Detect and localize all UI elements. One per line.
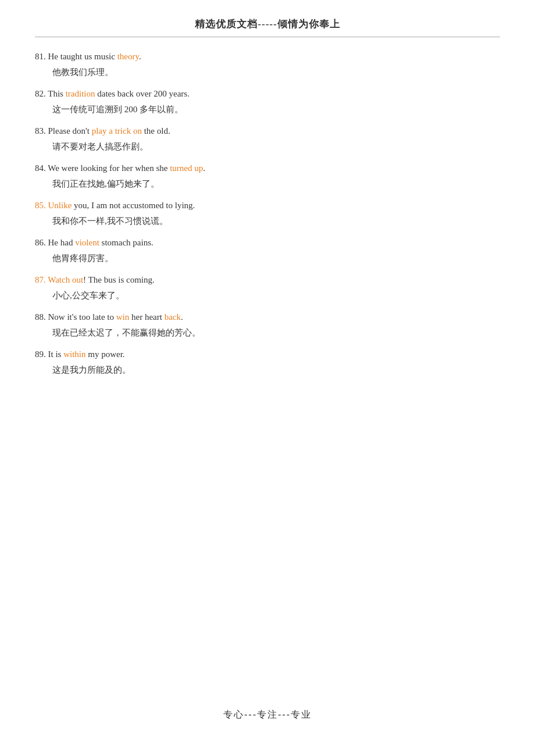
sentence-86-highlight: violent	[75, 238, 99, 247]
sentence-86: 86. He had violent stomach pains. 他胃疼得厉害…	[35, 235, 500, 266]
content-area: 81. He taught us music theory. 他教我们乐理。 8…	[35, 49, 500, 378]
sentence-89-en: 89. It is within my power.	[35, 347, 500, 362]
sentence-86-en-before: 86. He had	[35, 238, 75, 247]
sentence-83-en: 83. Please don't play a trick on the old…	[35, 123, 500, 139]
sentence-83: 83. Please don't play a trick on the old…	[35, 123, 500, 155]
sentence-83-en-before: 83. Please don't	[35, 126, 92, 135]
sentence-88-en-before: 88. Now it's too late to	[35, 312, 116, 322]
sentence-89-zh: 这是我力所能及的。	[35, 362, 500, 378]
page-header: 精选优质文档-----倾情为你奉上	[35, 17, 500, 37]
sentence-86-en-after: stomach pains.	[99, 238, 154, 247]
sentence-84: 84. We were looking for her when she tur…	[35, 161, 500, 192]
sentence-81-en-before: 81. He taught us music	[35, 52, 117, 61]
sentence-82-highlight: tradition	[66, 89, 95, 98]
sentence-81: 81. He taught us music theory. 他教我们乐理。	[35, 49, 500, 80]
sentence-85-highlight-unlike: 85. Unlike	[35, 201, 72, 210]
sentence-84-en-after: .	[203, 163, 205, 173]
sentence-89-en-after: my power.	[86, 350, 125, 359]
sentence-88: 88. Now it's too late to win her heart b…	[35, 309, 500, 341]
sentence-85-en-after: you, I am not accustomed to lying.	[72, 201, 195, 210]
sentence-83-highlight: play a trick on	[92, 126, 142, 135]
sentence-81-highlight: theory	[117, 52, 139, 61]
sentence-87-en-after: ! The bus is coming.	[83, 275, 155, 284]
sentence-83-zh: 请不要对老人搞恶作剧。	[35, 139, 500, 155]
sentence-83-en-after: the old.	[142, 126, 170, 135]
sentence-89-en-before: 89. It is	[35, 350, 63, 359]
sentence-87-highlight-watch: 87. Watch out	[35, 275, 83, 284]
sentence-86-en: 86. He had violent stomach pains.	[35, 235, 500, 251]
sentence-88-en-after: .	[181, 312, 183, 322]
sentence-88-zh: 现在已经太迟了，不能赢得她的芳心。	[35, 325, 500, 341]
sentence-81-zh: 他教我们乐理。	[35, 65, 500, 80]
sentence-81-en: 81. He taught us music theory.	[35, 49, 500, 65]
sentence-88-en: 88. Now it's too late to win her heart b…	[35, 309, 500, 325]
sentence-84-en-before: 84. We were looking for her when she	[35, 163, 170, 173]
sentence-87-zh: 小心,公交车来了。	[35, 288, 500, 304]
sentence-89-highlight: within	[63, 350, 85, 359]
sentence-87: 87. Watch out! The bus is coming. 小心,公交车…	[35, 272, 500, 304]
sentence-85-en: 85. Unlike you, I am not accustomed to l…	[35, 198, 500, 213]
sentence-82: 82. This tradition dates back over 200 y…	[35, 86, 500, 117]
sentence-84-zh: 我们正在找她,偏巧她来了。	[35, 176, 500, 192]
sentence-88-highlight-back: back	[165, 312, 181, 322]
sentence-84-en: 84. We were looking for her when she tur…	[35, 161, 500, 176]
sentence-82-en-before: 82. This	[35, 89, 66, 98]
sentence-82-zh: 这一传统可追溯到 200 多年以前。	[35, 102, 500, 117]
page-footer: 专心---专注---专业	[0, 709, 535, 721]
sentence-86-zh: 他胃疼得厉害。	[35, 251, 500, 266]
sentence-84-highlight: turned up	[170, 163, 203, 173]
sentence-85-zh: 我和你不一样,我不习惯说谎。	[35, 213, 500, 229]
sentence-88-en-middle: her heart	[129, 312, 164, 322]
sentence-82-en: 82. This tradition dates back over 200 y…	[35, 86, 500, 102]
sentence-82-en-after: dates back over 200 years.	[95, 89, 189, 98]
sentence-85: 85. Unlike you, I am not accustomed to l…	[35, 198, 500, 229]
sentence-88-highlight-win: win	[116, 312, 130, 322]
sentence-87-en: 87. Watch out! The bus is coming.	[35, 272, 500, 288]
sentence-81-en-after: .	[139, 52, 141, 61]
sentence-89: 89. It is within my power. 这是我力所能及的。	[35, 347, 500, 378]
